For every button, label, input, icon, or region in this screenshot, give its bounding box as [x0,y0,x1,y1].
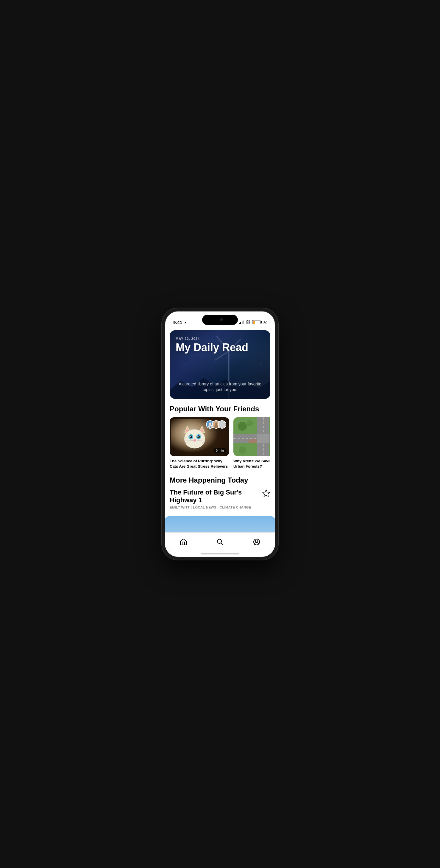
hero-title: My Daily Read [176,342,264,353]
bigsur-svg [165,516,275,532]
nav-item-search[interactable] [202,538,238,546]
article-card-image-cat: 👤 [170,417,229,456]
avatar-img-3 [218,421,226,428]
signal-bars [239,320,244,324]
phone-frame: 9:41 ▲ ⛓ 32 [162,308,278,560]
svg-point-42 [248,439,257,443]
scroll-container[interactable]: MAY 22, 2024 My Daily Read A curated lib… [165,327,275,532]
cat-svg [181,423,208,451]
svg-text:👤: 👤 [209,426,211,428]
nav-item-home[interactable] [165,538,202,546]
camera-dot [220,318,223,321]
article-author: EMILY WITT [170,505,190,509]
article-title-forest[interactable]: Why Aren't We Saving the Urban Forests? [233,459,270,469]
featured-article-title: The Future of Big Sur's Highway 1 [170,489,259,504]
friends-section: Popular With Your Friends [165,399,275,470]
article-card-cat[interactable]: 👤 [170,417,229,469]
signal-bar-4 [243,320,244,324]
svg-point-37 [238,422,247,431]
svg-point-15 [190,436,191,437]
meta-separator-2: | [217,505,218,509]
avatar-3 [218,420,226,429]
battery-icon: 32 [252,320,267,324]
svg-rect-64 [165,516,275,532]
battery-percent: 32 [263,320,267,324]
road-bg [233,417,270,456]
more-section: More Happening Today The Future of Big S… [165,470,275,516]
signal-bar-3 [242,321,243,324]
svg-rect-36 [257,434,269,443]
nav-item-profile[interactable] [238,538,275,546]
battery-body [252,320,261,324]
article-tag-local-news[interactable]: LOCAL NEWS [193,505,216,509]
bookmark-star-icon[interactable] [262,489,270,497]
time-display: 9:41 [173,320,182,325]
location-icon: ▲ [184,321,187,324]
article-card-forest[interactable]: 7 min Why Aren't We Saving the Urban For… [233,417,270,469]
svg-point-27 [215,423,217,425]
signal-bar-1 [239,323,240,324]
meta-separator-1: | [191,505,192,509]
battery-fill [253,321,255,324]
svg-point-28 [214,425,218,428]
friends-section-title: Popular With Your Friends [170,405,270,413]
svg-point-88 [256,540,258,542]
svg-point-40 [239,446,246,454]
featured-article[interactable]: The Future of Big Sur's Highway 1 EMILY … [170,489,270,509]
hero-subtitle: A curated library of articles from your … [176,381,264,393]
more-section-title: More Happening Today [170,476,270,485]
article-meta-featured: EMILY WITT | LOCAL NEWS | CLIMATE CHANGE [170,505,270,509]
bigsur-image [165,516,275,532]
article-card-image-forest: 7 min [233,417,270,456]
search-icon [216,538,224,546]
signal-bar-2 [240,322,241,324]
svg-point-10 [184,430,205,448]
aerial-road-svg [233,417,270,456]
svg-point-38 [247,420,253,426]
home-indicator [201,553,239,554]
dynamic-island [202,315,238,325]
article-tag-climate-change[interactable]: CLIMATE CHANGE [220,505,251,509]
avatar-group-cat: 👤 [206,420,226,429]
svg-point-16 [197,436,199,437]
hero-content: MAY 22, 2024 My Daily Read A curated lib… [170,330,270,399]
status-icons: ⛓ 32 [239,319,267,325]
svg-line-86 [221,543,223,545]
hero-date: MAY 22, 2024 [176,337,264,340]
featured-article-header: The Future of Big Sur's Highway 1 [170,489,270,504]
article-title-cat[interactable]: The Science of Purring: Why Cats Are Gre… [170,459,229,469]
svg-point-23 [209,423,212,425]
friends-scroll[interactable]: 👤 [170,417,270,470]
link-icon: ⛓ [246,319,250,325]
hero-banner[interactable]: MAY 22, 2024 My Daily Read A curated lib… [170,330,270,399]
status-time: 9:41 ▲ [173,320,187,325]
home-icon [179,538,188,546]
read-time-badge-cat: 5 min [213,448,226,453]
battery-tip [261,321,262,323]
svg-point-17 [193,439,196,442]
svg-marker-62 [263,490,269,496]
profile-icon [252,538,261,546]
